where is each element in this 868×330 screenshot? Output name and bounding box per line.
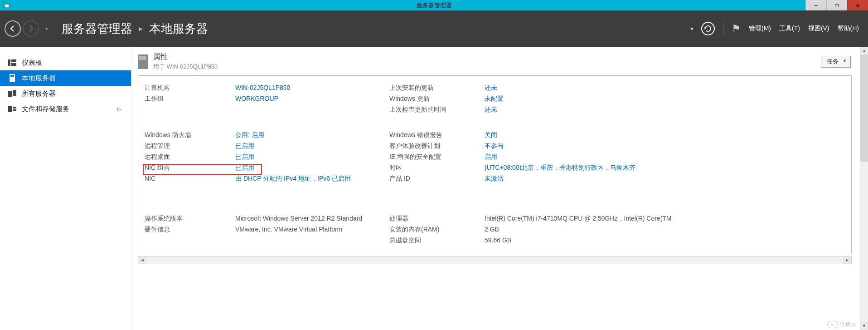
- properties-panel: 计算机名 WIN-02J5QL1P850 上次安装的更新 还未 工作组 WORK…: [138, 75, 852, 254]
- nav-history-dropdown[interactable]: ▼: [44, 26, 49, 31]
- sidebar-item-label: 本地服务器: [22, 74, 56, 83]
- breadcrumb-root[interactable]: 服务器管理器: [62, 21, 132, 37]
- sidebar-item-label: 仪表板: [22, 59, 42, 67]
- sidebar-item-dashboard[interactable]: 仪表板: [0, 55, 131, 70]
- prop-ram-label: 安装的内存(RAM): [389, 226, 485, 234]
- prop-nic-label: NIC: [145, 175, 235, 183]
- prop-cpu-value: Intel(R) Core(TM) i7-4710MQ CPU @ 2.50GH…: [485, 215, 698, 223]
- sidebar-item-file-storage[interactable]: 文件和存储服务 ▷: [0, 101, 131, 117]
- svg-rect-4: [11, 63, 16, 66]
- menu-tools[interactable]: 工具(T): [779, 25, 800, 33]
- storage-icon: [8, 106, 16, 112]
- maximize-button[interactable]: ❐: [826, 0, 847, 10]
- server-icon: [8, 74, 16, 82]
- prop-ie-esc-value[interactable]: 启用: [485, 153, 698, 161]
- sidebar: 仪表板 本地服务器 所有服务器 文件和存储服务 ▷: [0, 47, 131, 330]
- refresh-icon[interactable]: [701, 22, 715, 35]
- breadcrumb: 服务器管理器 ▸ 本地服务器: [62, 21, 208, 37]
- menu-manage[interactable]: 管理(M): [749, 25, 771, 33]
- prop-computer-name-value[interactable]: WIN-02J5QL1P850: [235, 84, 389, 92]
- prop-remote-desktop-label: 远程桌面: [145, 153, 235, 161]
- prop-error-report-label: Windows 错误报告: [389, 131, 485, 139]
- prop-hw-info-value: VMware, Inc. VMware Virtual Platform: [235, 226, 389, 234]
- breadcrumb-separator-icon: ▸: [139, 24, 143, 34]
- svg-rect-8: [13, 90, 16, 96]
- prop-disk-value: 59.66 GB: [485, 236, 698, 245]
- svg-rect-11: [13, 109, 16, 111]
- svg-rect-10: [13, 107, 16, 108]
- prop-product-id-value[interactable]: 未激活: [485, 175, 698, 183]
- watermark: ∞ 亿速云: [827, 320, 856, 328]
- server-chip-icon: [138, 54, 148, 69]
- prop-win-update-label: Windows 更新: [389, 95, 485, 103]
- scroll-down-icon[interactable]: ▼: [860, 322, 868, 330]
- vertical-scrollbar[interactable]: ▲ ▼: [860, 47, 868, 330]
- prop-product-id-label: 产品 ID: [389, 175, 485, 183]
- scroll-track-v[interactable]: [860, 55, 868, 322]
- prop-win-update-value[interactable]: 未配置: [485, 95, 698, 103]
- watermark-text: 亿速云: [840, 320, 856, 328]
- prop-nic-value[interactable]: 由 DHCP 分配的 IPv4 地址，IPv6 已启用: [235, 175, 389, 183]
- panel-title: 属性: [153, 52, 218, 62]
- content-area: 仪表板 本地服务器 所有服务器 文件和存储服务 ▷ 属性: [0, 47, 868, 330]
- prop-remote-desktop-value[interactable]: 已启用: [235, 153, 389, 161]
- sidebar-item-label: 文件和存储服务: [22, 105, 69, 113]
- prop-last-update-value[interactable]: 还未: [485, 84, 698, 92]
- prop-hw-info-label: 硬件信息: [145, 226, 235, 234]
- prop-timezone-value[interactable]: (UTC+08:00)北京，重庆，香港特别行政区，乌鲁木齐: [485, 164, 698, 172]
- svg-rect-2: [8, 59, 10, 66]
- prop-firewall-value[interactable]: 公用: 启用: [235, 131, 389, 139]
- breadcrumb-page[interactable]: 本地服务器: [149, 21, 208, 37]
- scroll-right-icon[interactable]: ►: [843, 256, 851, 264]
- prop-workgroup-label: 工作组: [145, 95, 235, 103]
- watermark-icon: ∞: [827, 321, 838, 328]
- prop-ie-esc-label: IE 增强的安全配置: [389, 153, 485, 161]
- header-separator: [723, 22, 723, 35]
- prop-ceip-value[interactable]: 不参与: [485, 142, 698, 150]
- chevron-right-icon: ▷: [117, 106, 121, 112]
- prop-computer-name-label: 计算机名: [145, 84, 235, 92]
- header-right: ▾ ⚑ 管理(M) 工具(T) 视图(V) 帮助(H): [691, 22, 859, 35]
- prop-disk-label: 总磁盘空间: [389, 236, 485, 245]
- menu-help[interactable]: 帮助(H): [838, 25, 859, 33]
- prop-timezone-label: 时区: [389, 164, 485, 172]
- svg-rect-1: [5, 4, 9, 8]
- svg-rect-7: [8, 91, 12, 97]
- header: ▼ 服务器管理器 ▸ 本地服务器 ▾ ⚑ 管理(M) 工具(T) 视图(V) 帮…: [0, 10, 868, 47]
- tasks-dropdown[interactable]: 任务: [821, 56, 851, 68]
- scroll-left-icon[interactable]: ◄: [138, 256, 146, 264]
- nav-forward-button[interactable]: [23, 20, 39, 37]
- app-icon: [2, 1, 11, 10]
- minimize-button[interactable]: —: [805, 0, 826, 10]
- nav-back-button[interactable]: [5, 20, 21, 37]
- sidebar-item-local-server[interactable]: 本地服务器: [0, 70, 131, 86]
- svg-rect-6: [10, 75, 14, 77]
- prop-workgroup-value[interactable]: WORKGROUP: [235, 95, 389, 103]
- horizontal-scrollbar[interactable]: ◄ ►: [138, 256, 852, 264]
- prop-error-report-value[interactable]: 关闭: [485, 131, 698, 139]
- prop-last-check-label: 上次检查更新的时间: [389, 106, 485, 114]
- window-controls: — ❐ ✕: [805, 0, 868, 10]
- menu-view[interactable]: 视图(V): [808, 25, 829, 33]
- svg-rect-3: [11, 59, 16, 62]
- scroll-thumb-v[interactable]: [860, 55, 868, 162]
- notifications-flag-icon[interactable]: ⚑: [732, 23, 741, 34]
- prop-firewall-label: Windows 防火墙: [145, 131, 235, 139]
- prop-cpu-label: 处理器: [389, 215, 485, 223]
- header-dropdown-1[interactable]: ▾: [691, 26, 693, 31]
- prop-remote-mgmt-value[interactable]: 已启用: [235, 142, 389, 150]
- scroll-up-icon[interactable]: ▲: [860, 47, 868, 55]
- prop-os-version-value: Microsoft Windows Server 2012 R2 Standar…: [235, 215, 389, 223]
- close-button[interactable]: ✕: [847, 0, 868, 10]
- prop-os-version-label: 操作系统版本: [145, 215, 235, 223]
- sidebar-item-all-servers[interactable]: 所有服务器: [0, 86, 131, 101]
- dashboard-icon: [8, 59, 16, 66]
- panel-header: 属性 用于 WIN-02J5QL1P850 任务: [131, 47, 860, 75]
- prop-last-check-value[interactable]: 还未: [485, 106, 698, 114]
- main-panel: 属性 用于 WIN-02J5QL1P850 任务 计算机名 WIN-02J5QL…: [131, 47, 860, 330]
- prop-remote-mgmt-label: 远程管理: [145, 142, 235, 150]
- panel-subtitle: 用于 WIN-02J5QL1P850: [153, 63, 218, 71]
- servers-icon: [8, 90, 16, 97]
- sidebar-item-label: 所有服务器: [22, 89, 56, 98]
- nic-team-highlight-box: [143, 164, 262, 175]
